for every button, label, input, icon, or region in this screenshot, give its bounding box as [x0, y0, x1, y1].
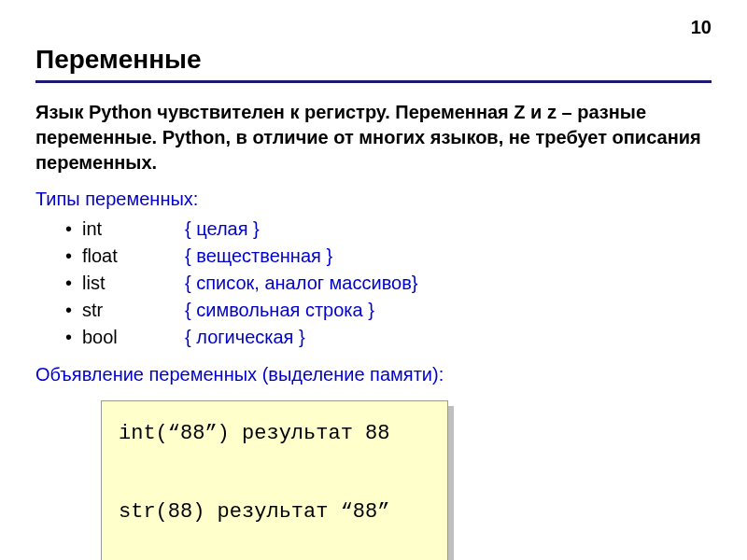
slide-title: Переменные — [35, 45, 712, 75]
types-list: • int { целая } • float { вещественная }… — [65, 216, 712, 351]
type-desc: { вещественная } — [185, 243, 332, 270]
list-item: • int { целая } — [65, 216, 712, 243]
bullet-icon: • — [65, 297, 82, 324]
types-header: Типы переменных: — [35, 189, 712, 210]
page-number: 10 — [691, 17, 712, 38]
type-name: float — [82, 243, 185, 270]
type-name: bool — [82, 324, 185, 351]
type-desc: { логическая } — [185, 324, 305, 351]
type-desc: { символьная строка } — [185, 297, 374, 324]
type-name: str — [82, 297, 185, 324]
list-item: • float { вещественная } — [65, 243, 712, 270]
code-block: int(“88”) результат 88 str(88) результат… — [101, 400, 448, 560]
code-line: str(88) результат “88” — [119, 500, 389, 524]
bullet-icon: • — [65, 324, 82, 351]
list-item: • str { символьная строка } — [65, 297, 712, 324]
code-line: int(“88”) результат 88 — [119, 422, 389, 445]
slide: 10 Переменные Язык Python чувствителен к… — [0, 0, 747, 560]
list-item: • bool { логическая } — [65, 324, 712, 351]
declaration-header: Объявление переменных (выделение памяти)… — [35, 364, 712, 385]
intro-text: Язык Python чувствителен к регистру. Пер… — [35, 100, 712, 175]
type-name: int — [82, 216, 185, 243]
title-divider — [35, 80, 712, 83]
list-item: • list { список, аналог массивов} — [65, 270, 712, 297]
type-desc: { список, аналог массивов} — [185, 270, 417, 297]
bullet-icon: • — [65, 243, 82, 270]
code-content: int(“88”) результат 88 str(88) результат… — [101, 400, 448, 560]
bullet-icon: • — [65, 270, 82, 297]
type-desc: { целая } — [185, 216, 260, 243]
bullet-icon: • — [65, 216, 82, 243]
type-name: list — [82, 270, 185, 297]
